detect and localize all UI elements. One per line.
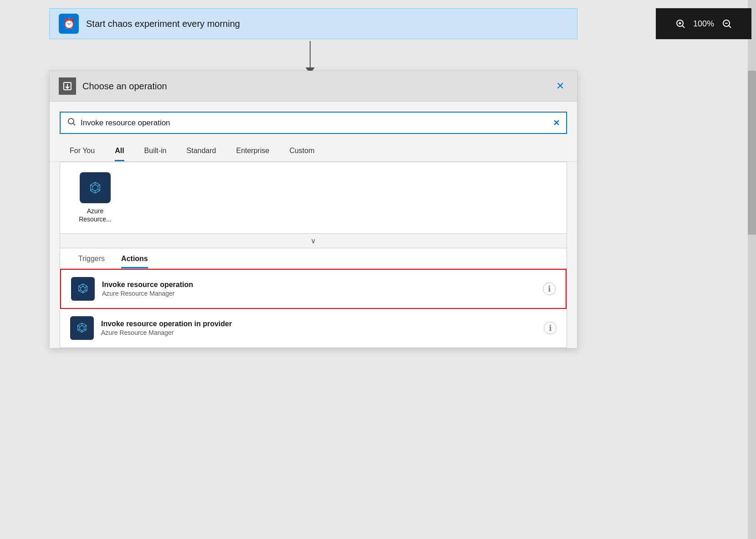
chevron-down-icon: ∨ [311, 236, 316, 245]
svg-marker-31 [80, 325, 84, 331]
action-icon-invoke-resource [71, 277, 95, 301]
svg-point-9 [68, 118, 74, 124]
action-item-invoke-resource-provider[interactable]: Invoke resource operation in provider Az… [60, 309, 567, 348]
choose-operation-dialog: Choose an operation ✕ ✕ For You All Buil… [49, 71, 577, 349]
dialog-close-button[interactable]: ✕ [552, 78, 568, 94]
action-icon-invoke-resource-provider [70, 316, 94, 340]
tab-built-in[interactable]: Built-in [134, 142, 177, 161]
search-clear-button[interactable]: ✕ [553, 118, 560, 128]
dialog-header-icon [59, 77, 76, 95]
tab-for-you[interactable]: For You [60, 142, 105, 161]
zoom-controls: 100% [656, 8, 751, 39]
zoom-level: 100% [693, 19, 714, 29]
search-icon [67, 117, 76, 128]
action-subtitle-invoke-resource: Azure Resource Manager [102, 290, 536, 297]
category-tabs: For You All Built-in Standard Enterprise… [50, 134, 577, 162]
tab-standard[interactable]: Standard [177, 142, 226, 161]
search-bar: ✕ [60, 112, 567, 134]
svg-marker-13 [92, 185, 98, 191]
svg-line-3 [682, 26, 684, 28]
connector-area: Azure Resource... [60, 162, 567, 234]
scrollbar-thumb[interactable] [748, 71, 756, 235]
trigger-title: Start chaos experiment every morning [86, 19, 240, 29]
svg-line-6 [729, 26, 731, 28]
action-text-invoke-resource: Invoke resource operation Azure Resource… [102, 281, 536, 297]
collapse-row[interactable]: ∨ [60, 234, 567, 248]
search-input[interactable] [81, 118, 548, 128]
svg-marker-22 [81, 286, 85, 292]
tab-custom[interactable]: Custom [279, 142, 324, 161]
dialog-title: Choose an operation [82, 81, 546, 92]
action-title-invoke-resource-provider: Invoke resource operation in provider [101, 320, 536, 328]
flow-connector [310, 41, 311, 74]
tab-actions[interactable]: Actions [113, 248, 156, 268]
action-text-invoke-resource-provider: Invoke resource operation in provider Az… [101, 320, 536, 336]
tab-all[interactable]: All [105, 142, 134, 161]
action-item-invoke-resource[interactable]: Invoke resource operation Azure Resource… [60, 269, 567, 309]
tab-enterprise[interactable]: Enterprise [226, 142, 279, 161]
trigger-bar: ⏰ Start chaos experiment every morning [49, 8, 577, 39]
action-title-invoke-resource: Invoke resource operation [102, 281, 536, 289]
dialog-header: Choose an operation ✕ [50, 71, 577, 102]
trigger-icon: ⏰ [59, 14, 79, 34]
tab-triggers[interactable]: Triggers [70, 248, 113, 268]
action-type-tabs: Triggers Actions [60, 248, 567, 269]
action-info-invoke-resource[interactable]: ℹ [543, 282, 556, 295]
action-info-invoke-resource-provider[interactable]: ℹ [544, 322, 557, 334]
azure-resource-manager-icon [80, 172, 111, 203]
zoom-in-button[interactable] [672, 15, 689, 32]
actions-section: Triggers Actions Invoke resource [60, 248, 567, 348]
zoom-out-button[interactable] [719, 15, 735, 32]
connector-card-label: Azure Resource... [70, 207, 120, 223]
scrollbar[interactable] [748, 0, 756, 539]
svg-line-10 [73, 123, 76, 126]
action-subtitle-invoke-resource-provider: Azure Resource Manager [101, 329, 536, 336]
azure-resource-manager-card[interactable]: Azure Resource... [70, 172, 120, 223]
